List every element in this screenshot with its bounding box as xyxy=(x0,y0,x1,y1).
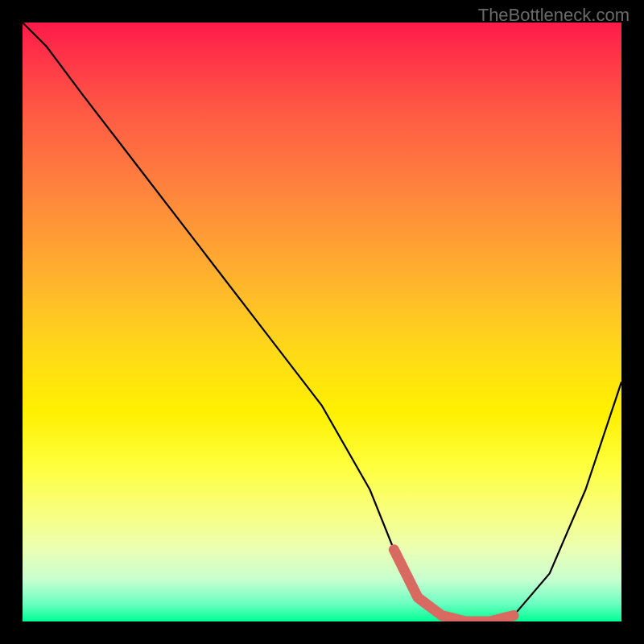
highlight-segment xyxy=(394,550,514,621)
chart-svg xyxy=(23,23,621,621)
plot-area xyxy=(23,23,621,621)
watermark-text: TheBottleneck.com xyxy=(478,5,630,26)
main-curve xyxy=(23,23,621,621)
